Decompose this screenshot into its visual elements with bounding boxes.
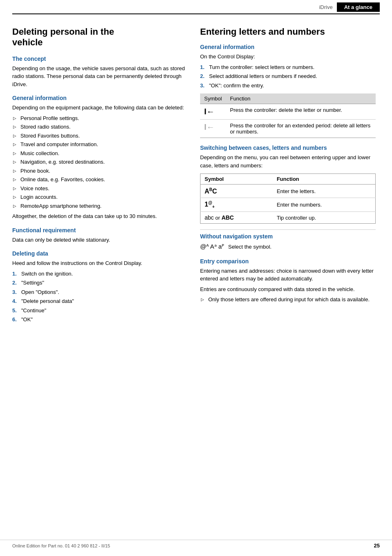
- general-info-text-left: Depending on the equipment package, the …: [12, 104, 188, 112]
- table1-col2-header: Function: [226, 93, 376, 104]
- table-row: abc or ABC Tip controller up.: [200, 212, 376, 224]
- concept-text: Depending on the usage, the vehicle save…: [12, 64, 188, 89]
- list-item: Personal Profile settings.: [12, 114, 188, 122]
- table2-symbol-2: 1@+: [200, 198, 273, 212]
- switching-heading: Switching between cases, letters and num…: [200, 145, 376, 151]
- page-header: iDrive At a glance: [12, 0, 380, 14]
- general-info-intro: On the Control Display:: [200, 53, 376, 61]
- list-item: Voice notes.: [12, 185, 188, 193]
- table1-col1-header: Symbol: [200, 93, 226, 104]
- table2-func-3: Tip controller up.: [273, 212, 376, 224]
- list-item: 1.Turn the controller: select letters or…: [200, 63, 376, 71]
- table1-symbol-1: I←: [200, 104, 226, 120]
- table-row: 1@+ Enter the numbers.: [200, 198, 376, 212]
- steps-list: 1.Switch on the ignition. 2."Settings" 3…: [12, 270, 188, 324]
- switching-text: Depending on the menu, you can reel betw…: [200, 153, 376, 169]
- list-item: 5."Continue": [12, 307, 188, 315]
- right-page-title: Entering letters and numbers: [200, 27, 376, 37]
- header-idrive-label: iDrive: [319, 4, 336, 10]
- list-item: Stored Favorites buttons.: [12, 132, 188, 140]
- table1-symbol-2: I←: [200, 120, 226, 138]
- list-item: 3."OK": confirm the entry.: [200, 82, 376, 90]
- list-item: RemoteApp smartphone tethering.: [12, 202, 188, 210]
- list-item: 4."Delete personal data": [12, 297, 188, 305]
- deletion-time-text: Altogether, the deletion of the data can…: [12, 212, 188, 220]
- table-row: I← Press the controller for an extended …: [200, 120, 376, 138]
- right-column: Entering letters and numbers General inf…: [200, 27, 376, 327]
- list-item: Travel and computer information.: [12, 140, 188, 149]
- list-item: Phone book.: [12, 167, 188, 175]
- list-item: Navigation, e.g. stored destinations.: [12, 158, 188, 166]
- deleting-data-text: Heed and follow the instructions on the …: [12, 259, 188, 267]
- list-item: 2.Select additional letters or numbers i…: [200, 72, 376, 80]
- left-column: Deleting personal in the vehicle The con…: [12, 27, 188, 327]
- table2-func-1: Enter the letters.: [273, 185, 376, 198]
- table2-symbol-1: ABC: [200, 185, 273, 198]
- table1-func-1: Press the controller: delete the letter …: [226, 104, 376, 120]
- without-nav-select-text: Select the symbol.: [228, 244, 272, 250]
- list-item: 6."OK": [12, 316, 188, 324]
- list-item: Only those letters are offered during in…: [200, 296, 376, 304]
- concept-heading: The concept: [12, 56, 188, 62]
- general-info-heading-right: General information: [200, 44, 376, 50]
- entry-comparison-text1: Entering names and addresses: choice is …: [200, 267, 376, 283]
- table-row: ABC Enter the letters.: [200, 185, 376, 198]
- list-item: 3.Open "Options".: [12, 288, 188, 296]
- entry-comparison-text2: Entries are continuously compared with d…: [200, 285, 376, 294]
- list-item: Stored radio stations.: [12, 123, 188, 131]
- list-item: 2."Settings": [12, 279, 188, 287]
- list-item: Online data, e.g. Favorites, cookies.: [12, 176, 188, 184]
- deleting-data-heading: Deleting data: [12, 250, 188, 257]
- table2-col1-header: Symbol: [200, 174, 273, 185]
- footer-text: Online Edition for Part no. 01 40 2 960 …: [12, 543, 110, 548]
- without-nav-symbols: @ᴬ Aᵃ aᴾ: [200, 243, 224, 250]
- main-content: Deleting personal in the vehicle The con…: [0, 14, 392, 343]
- without-nav-heading: Without navigation system: [200, 229, 376, 240]
- list-item: 1.Switch on the ignition.: [12, 270, 188, 278]
- functional-req-text: Data can only be deleted while stationar…: [12, 236, 188, 244]
- right-steps-list: 1.Turn the controller: select letters or…: [200, 63, 376, 90]
- table-row: I← Press the controller: delete the lett…: [200, 104, 376, 120]
- list-item: Login accounts.: [12, 193, 188, 201]
- table2-func-2: Enter the numbers.: [273, 198, 376, 212]
- without-nav-text: @ᴬ Aᵃ aᴾ Select the symbol.: [200, 242, 376, 251]
- table2-col2-header: Function: [273, 174, 376, 185]
- table2-symbol-3: abc or ABC: [200, 212, 273, 224]
- general-info-heading-left: General information: [12, 95, 188, 101]
- symbol-table-2: Symbol Function ABC Enter the letters. 1…: [200, 173, 376, 224]
- table1-func-2: Press the controller for an extended per…: [226, 120, 376, 138]
- bullet-list: Personal Profile settings. Stored radio …: [12, 114, 188, 210]
- left-page-title: Deleting personal in the vehicle: [12, 27, 188, 48]
- functional-req-heading: Functional requirement: [12, 227, 188, 234]
- header-ataglance-label: At a glance: [337, 2, 380, 12]
- entry-comparison-bullets: Only those letters are offered during in…: [200, 296, 376, 304]
- page-footer: Online Edition for Part no. 01 40 2 960 …: [0, 540, 392, 549]
- footer-page-number: 25: [374, 543, 380, 549]
- entry-comparison-heading: Entry comparison: [200, 258, 376, 265]
- symbol-table-1: Symbol Function I← Press the controller:…: [200, 93, 376, 138]
- list-item: Music collection.: [12, 149, 188, 158]
